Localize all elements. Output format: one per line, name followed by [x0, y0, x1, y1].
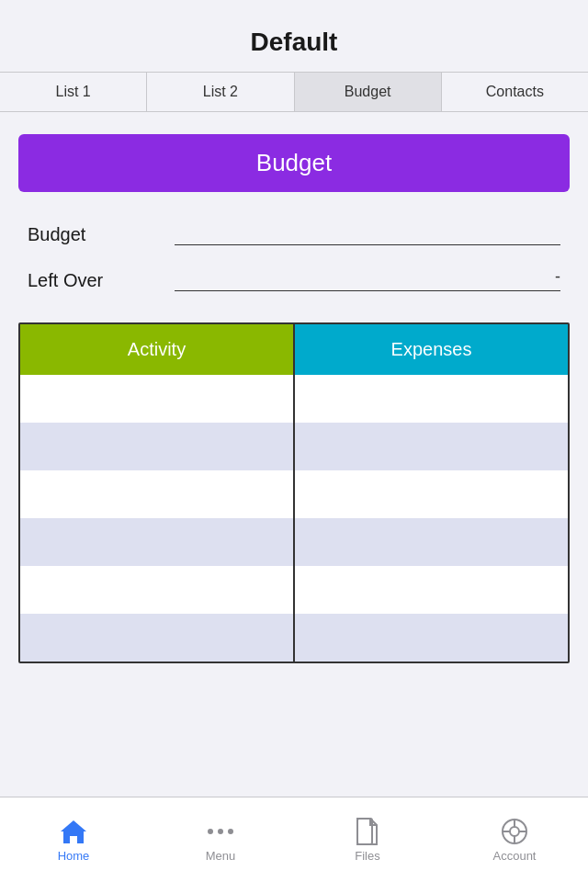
tab-list2[interactable]: List 2	[147, 73, 294, 111]
table-cell-activity-1[interactable]	[20, 375, 293, 423]
tab-list1[interactable]: List 1	[0, 73, 147, 111]
nav-label-files: Files	[355, 849, 379, 863]
activity-column-header: Activity	[20, 324, 293, 375]
nav-item-account[interactable]: Account	[441, 797, 588, 882]
tab-budget[interactable]: Budget	[295, 73, 442, 111]
table-header: Activity Expenses	[20, 324, 568, 375]
table-cell-expenses-5[interactable]	[293, 566, 568, 614]
nav-label-menu: Menu	[206, 849, 236, 863]
bottom-nav: Home Menu Files	[0, 797, 588, 882]
svg-marker-0	[61, 820, 86, 843]
nav-label-home: Home	[58, 849, 90, 863]
files-icon	[354, 818, 381, 845]
table-row	[20, 566, 568, 614]
nav-label-account: Account	[493, 849, 537, 863]
budget-banner-text: Budget	[256, 149, 332, 176]
fields-section: Budget Left Over -	[18, 220, 570, 295]
leftover-row: Left Over -	[28, 266, 560, 295]
home-icon	[60, 818, 87, 845]
menu-dot-1	[208, 829, 213, 834]
table-cell-expenses-4[interactable]	[293, 518, 568, 566]
activity-expenses-table: Activity Expenses	[18, 322, 570, 663]
leftover-label: Left Over	[28, 270, 175, 291]
leftover-value: -	[555, 267, 560, 287]
table-cell-activity-6[interactable]	[20, 614, 293, 662]
table-cell-activity-4[interactable]	[20, 518, 293, 566]
table-cell-activity-5[interactable]	[20, 566, 293, 614]
menu-dot-2	[218, 829, 223, 834]
table-cell-activity-3[interactable]	[20, 470, 293, 518]
main-content: Budget Budget Left Over - Activity Expen…	[0, 112, 588, 663]
budget-row: Budget	[28, 220, 560, 249]
table-cell-activity-2[interactable]	[20, 423, 293, 470]
page-title: Default	[251, 28, 338, 56]
tab-contacts[interactable]: Contacts	[442, 73, 588, 111]
table-cell-expenses-3[interactable]	[293, 470, 568, 518]
nav-item-menu[interactable]: Menu	[147, 797, 294, 882]
expenses-column-header: Expenses	[293, 324, 568, 375]
budget-banner: Budget	[18, 134, 570, 192]
table-row	[20, 470, 568, 518]
table-row	[20, 518, 568, 566]
table-cell-expenses-1[interactable]	[293, 375, 568, 423]
menu-dot-3	[228, 829, 233, 834]
table-row	[20, 423, 568, 470]
header: Default	[0, 0, 588, 72]
leftover-value-container[interactable]: -	[175, 266, 560, 291]
table-row	[20, 614, 568, 662]
budget-value-container[interactable]	[175, 220, 560, 245]
nav-item-home[interactable]: Home	[0, 797, 147, 882]
table-cell-expenses-2[interactable]	[293, 423, 568, 470]
budget-label: Budget	[28, 224, 175, 245]
nav-item-files[interactable]: Files	[294, 797, 441, 882]
menu-icon	[207, 818, 234, 845]
tab-bar: List 1 List 2 Budget Contacts	[0, 72, 588, 112]
table-row	[20, 375, 568, 423]
account-icon	[501, 818, 528, 845]
table-cell-expenses-6[interactable]	[293, 614, 568, 662]
svg-point-3	[510, 827, 519, 836]
